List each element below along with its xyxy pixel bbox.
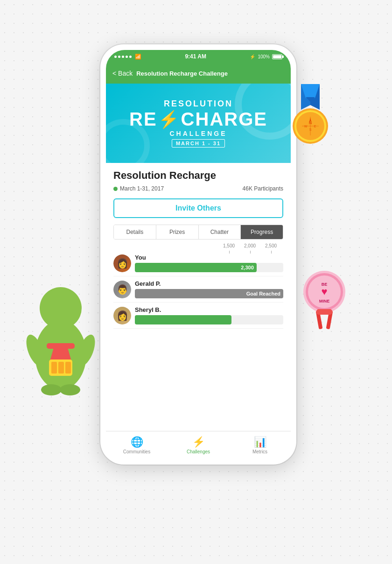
metrics-icon: 📊 [254, 436, 266, 448]
progress-bar-gerald: Goal Reached [135, 289, 283, 298]
progress-name-gerald: Gerald P. [135, 280, 283, 287]
tab-details[interactable]: Details [114, 225, 156, 239]
tab-progress[interactable]: Progress [241, 225, 283, 239]
avatar-gerald: 👨 [113, 281, 131, 298]
nav-title: Resolution Recharge Challenge [136, 70, 228, 77]
signal-dot [114, 56, 117, 58]
wifi-icon: 📶 [135, 54, 141, 60]
battery-fill [273, 55, 281, 58]
avatar-image-you: 👩 [113, 254, 131, 272]
bottom-tab-challenges[interactable]: ⚡ Challenges [168, 436, 229, 454]
progress-value-gerald: Goal Reached [246, 291, 280, 296]
green-character-decoration [14, 252, 107, 411]
tab-chatter[interactable]: Chatter [199, 225, 241, 239]
progress-fill-gerald: Goal Reached [135, 289, 283, 298]
battery-icon [272, 54, 282, 59]
svg-point-33 [60, 384, 80, 395]
avatar-image-gerald: 👨 [113, 281, 131, 298]
bluetooth-icon: ⚡ [250, 54, 255, 59]
tab-prizes[interactable]: Prizes [156, 225, 199, 239]
bottom-tab-metrics[interactable]: 📊 Metrics [229, 436, 291, 454]
meta-date: March 1-31, 2017 [113, 185, 164, 192]
challenge-title: Resolution Recharge [113, 169, 283, 182]
progress-name-you: You [135, 254, 283, 261]
challenges-label: Challenges [187, 449, 210, 454]
phone-frame: 📶 9:41 AM ⚡ 100% < Back Resolution Recha… [100, 44, 296, 465]
bottom-tab-communities[interactable]: 🌐 Communities [106, 436, 168, 454]
signal-dot [118, 56, 120, 58]
scale-1500: 1,500 [218, 243, 239, 248]
nav-bar: < Back Resolution Recharge Challenge [106, 63, 291, 84]
svg-text:MINE: MINE [319, 299, 330, 303]
signal-dots: 📶 [114, 54, 141, 60]
scale-2000: 2,000 [239, 243, 260, 248]
communities-label: Communities [123, 449, 150, 454]
scale-markers: 1,500 2,000 2,500 [113, 240, 281, 250]
progress-row-gerald: 👨 Gerald P. Goal Reached [113, 276, 283, 303]
progress-row-sheryl: 👩 Sheryl B. [113, 303, 283, 329]
tabs-bar: Details Prizes Chatter Progress [113, 225, 283, 240]
ribbon-badge-decoration: ♥ BE MINE [299, 266, 350, 331]
recharge-text-2: CHARGE [181, 109, 267, 130]
signal-dot [122, 56, 124, 58]
svg-rect-27 [51, 362, 57, 374]
challenge-meta: March 1-31, 2017 46K Participants [113, 185, 283, 192]
progress-value-you: 2,300 [241, 265, 254, 270]
svg-rect-22 [316, 309, 332, 315]
metrics-label: Metrics [252, 449, 267, 454]
participants-count: 46K Participants [243, 185, 283, 192]
progress-section: 1,500 2,000 2,500 👩 You 2,300 [106, 240, 291, 329]
recharge-text-1: RE [129, 109, 157, 130]
avatar-sheryl: 👩 [113, 307, 131, 324]
banner-recharge: RE ⚡ CHARGE [129, 109, 267, 130]
banner-challenge: CHALLENGE [169, 130, 227, 137]
signal-dot [129, 56, 132, 58]
status-right: ⚡ 100% [250, 54, 282, 59]
medal-decoration: N S W E [285, 84, 336, 145]
svg-point-24 [40, 287, 82, 329]
challenges-icon: ⚡ [192, 436, 205, 448]
bottom-tab-bar: 🌐 Communities ⚡ Challenges 📊 Metrics [106, 431, 291, 459]
progress-bar-sheryl [135, 315, 283, 324]
avatar-image-sheryl: 👩 [113, 307, 131, 324]
svg-rect-28 [58, 362, 64, 374]
communities-icon: 🌐 [131, 436, 143, 448]
progress-name-sheryl: Sheryl B. [135, 306, 283, 313]
progress-info-sheryl: Sheryl B. [135, 306, 283, 324]
svg-point-32 [41, 384, 62, 395]
progress-info-you: You 2,300 [135, 254, 283, 272]
avatar-you: 👩 [113, 254, 131, 272]
status-time: 9:41 AM [185, 53, 206, 60]
scale-2500: 2,500 [260, 243, 281, 248]
phone-inner: 📶 9:41 AM ⚡ 100% < Back Resolution Recha… [106, 50, 291, 459]
svg-text:♥: ♥ [321, 286, 327, 297]
battery-percentage: 100% [258, 54, 270, 59]
active-indicator [113, 187, 118, 191]
signal-dot [126, 56, 128, 58]
progress-fill-you: 2,300 [135, 263, 257, 272]
svg-text:BE: BE [322, 282, 328, 287]
content-area: Resolution Recharge March 1-31, 2017 46K… [106, 163, 291, 240]
banner-date-range: MARCH 1 - 31 [172, 139, 225, 148]
lightning-icon: ⚡ [158, 110, 180, 129]
progress-bar-you: 2,300 [135, 263, 283, 272]
invite-others-button[interactable]: Invite Others [113, 198, 283, 218]
svg-rect-29 [65, 362, 71, 374]
progress-row-you: 👩 You 2,300 [113, 250, 283, 276]
date-label: March 1-31, 2017 [120, 185, 164, 192]
banner-resolution: RESOLUTION [164, 99, 233, 109]
progress-fill-sheryl [135, 315, 231, 324]
status-bar: 📶 9:41 AM ⚡ 100% [106, 50, 291, 63]
challenge-banner: RESOLUTION RE ⚡ CHARGE CHALLENGE MARCH 1… [106, 84, 291, 163]
back-button[interactable]: < Back [112, 70, 133, 77]
progress-info-gerald: Gerald P. Goal Reached [135, 280, 283, 298]
